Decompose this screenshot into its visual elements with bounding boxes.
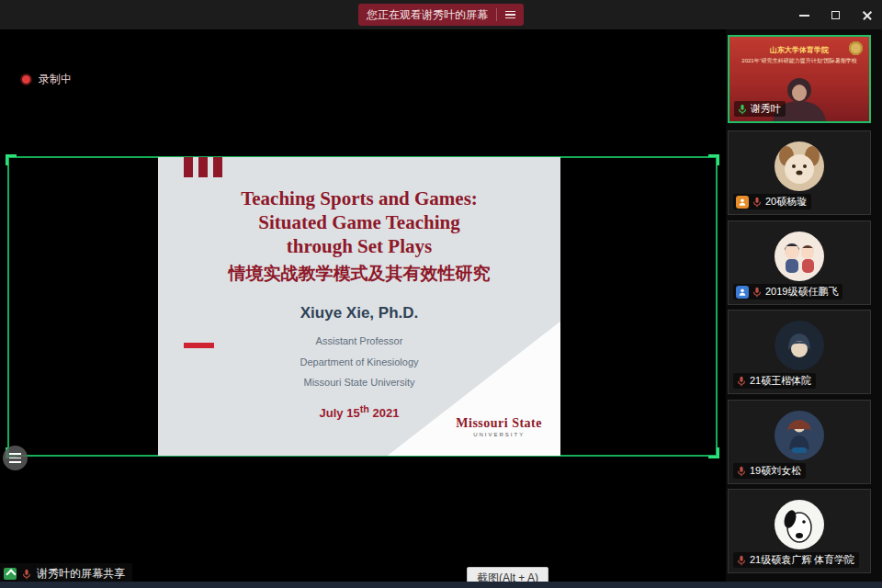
slide-presenter-university: Missouri State University [158,377,560,388]
slide-subtitle-cn: 情境实战教学模式及其有效性研究 [158,262,560,286]
maximize-button[interactable] [831,9,842,20]
close-button[interactable] [862,9,873,20]
participant-name-chip: 19硕刘女松 [733,463,806,479]
viewing-screen-label: 您正在观看谢秀叶的屏幕 [367,7,488,23]
mic-muted-icon [752,287,763,298]
slide-title: Teaching Sports and Games: Situated Game… [158,187,560,258]
participant-name-chip: 21硕王楷体院 [733,373,816,389]
school-emblem-icon [849,41,863,55]
slide-presenter-department: Department of Kinesiology [158,356,560,368]
participant-name-chip: 2019级硕任鹏飞 [733,284,842,300]
window-titlebar[interactable]: 您正在观看谢秀叶的屏幕 [0,0,882,29]
participant-tile[interactable]: 21级硕袁广辉 体育学院 [728,489,871,573]
participant-tile[interactable]: 19硕刘女松 [728,400,871,484]
viewing-screen-banner[interactable]: 您正在观看谢秀叶的屏幕 [358,4,524,26]
floating-menu-button[interactable] [3,446,28,470]
member-badge-icon [736,286,749,299]
participant-tile[interactable]: 21硕王楷体院 [728,310,871,394]
slide-title-line3: through Set Plays [158,234,560,258]
participant-name: 21级硕袁广辉 体育学院 [750,553,854,567]
recording-dot-icon [22,75,30,84]
logo-subtitle: UNIVERSITY [456,432,542,437]
avatar-cartoon-couple [775,232,824,281]
slide-title-line2: Situated Game Teaching [158,210,560,234]
participant-name-chip: 21级硕袁广辉 体育学院 [733,552,859,568]
mic-muted-icon [752,197,763,208]
mic-on-icon [737,104,748,115]
video-slide-text-1: 山东大学体育学院 [737,45,863,55]
mic-muted-icon [736,555,747,566]
participant-tile-presenter[interactable]: 山东大学体育学院 2021年“研究生科研能力提升计划”国际暑期学校 谢秀叶 [728,35,871,123]
columns-graphic [184,157,222,177]
participant-tile[interactable]: 20硕杨璇 [728,130,871,215]
frame-corner-icon [708,154,719,165]
slide-presenter-role: Assistant Professor [158,335,560,346]
window-controls [799,0,873,29]
participant-name: 21硕王楷体院 [750,374,811,388]
banner-menu-icon[interactable] [505,11,515,19]
participant-name-chip: 谢秀叶 [734,101,786,117]
screen-share-icon [4,568,17,580]
participant-name: 19硕刘女松 [750,464,801,478]
screen-share-label: 谢秀叶的屏幕共享 [37,566,125,582]
university-logo: Missouri State UNIVERSITY [456,416,542,437]
video-slide-text-2: 2021年“研究生科研能力提升计划”国际暑期学校 [734,57,865,65]
member-badge-icon [736,196,749,209]
participant-name: 谢秀叶 [751,102,781,116]
slide-presenter-name: Xiuye Xie, Ph.D. [158,304,560,322]
frame-corner-icon [708,447,719,458]
presentation-slide: Teaching Sports and Games: Situated Game… [158,157,560,456]
minimize-button[interactable] [799,9,810,20]
pill-divider [496,8,497,21]
meeting-window: 您正在观看谢秀叶的屏幕 录制中 Teaching Sports and Game… [0,0,882,588]
participant-name-chip: 20硕杨璇 [733,194,811,209]
logo-name: Missouri State [456,416,542,431]
avatar-puppy [775,141,824,191]
slide-title-line1: Teaching Sports and Games: [158,187,560,210]
avatar-anime-character [775,321,824,370]
recording-label: 录制中 [39,72,72,87]
recording-indicator: 录制中 [22,72,72,87]
mic-muted-icon [736,466,747,477]
frame-corner-icon [6,154,17,165]
mic-muted-icon [736,376,747,387]
avatar-snoopy [775,500,824,549]
participant-tile[interactable]: 2019级硕任鹏飞 [728,220,871,305]
participant-name: 2019级硕任鹏飞 [765,285,838,299]
participant-sidebar: 山东大学体育学院 2021年“研究生科研能力提升计划”国际暑期学校 谢秀叶 [726,29,882,582]
avatar-figure [775,411,824,460]
participant-name: 20硕杨璇 [765,195,807,209]
mic-icon [21,569,32,580]
taskbar-strip [0,582,882,588]
